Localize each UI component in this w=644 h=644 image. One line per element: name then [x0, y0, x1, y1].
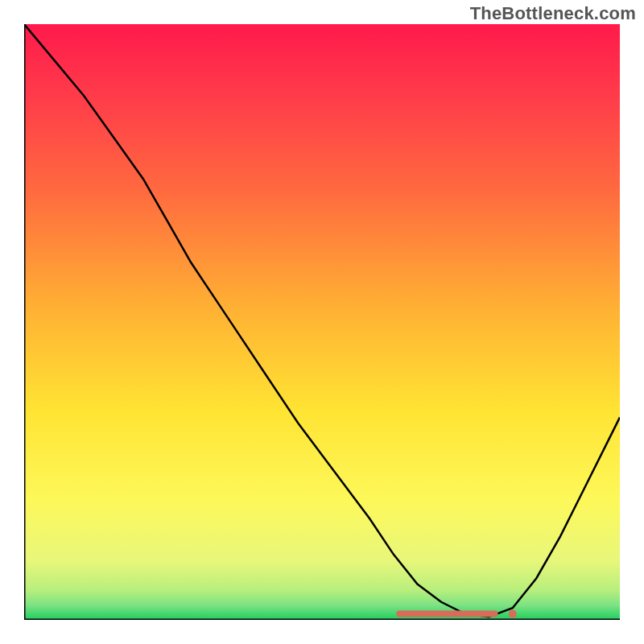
plot-area: [24, 24, 620, 620]
gradient-background: [24, 24, 620, 620]
chart-container: TheBottleneck.com: [0, 0, 644, 644]
chart-svg: [24, 24, 620, 620]
optimal-point-dot: [509, 610, 517, 618]
watermark-label: TheBottleneck.com: [470, 3, 636, 24]
